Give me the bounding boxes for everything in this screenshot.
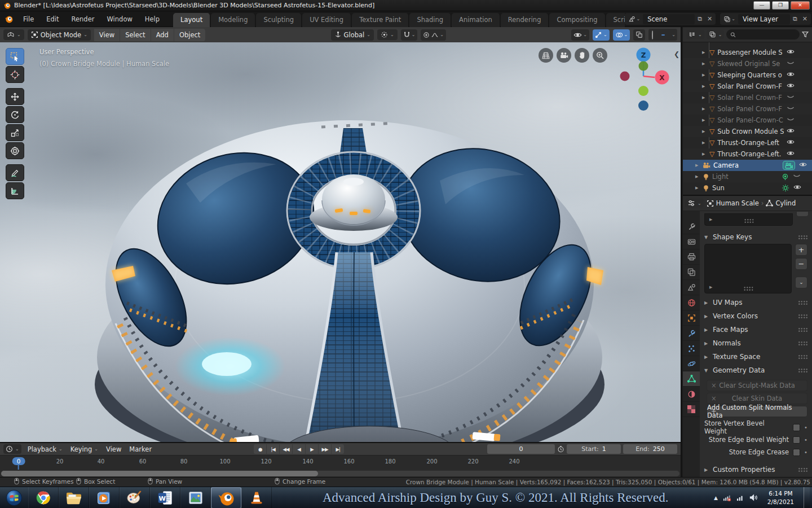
visibility-toggle[interactable] <box>787 150 795 158</box>
jump-start-button[interactable]: |◀ <box>267 444 279 454</box>
visibility-toggle[interactable] <box>787 139 795 147</box>
expand-icon[interactable]: ▶ <box>702 118 707 122</box>
outliner-item[interactable]: ▶ ▽ Solar Panel Crown-F <box>683 103 812 115</box>
xray-toggle[interactable] <box>633 29 645 41</box>
tool-move[interactable] <box>6 88 24 105</box>
outliner-search-input[interactable] <box>738 31 796 38</box>
shape-key-specials-button[interactable]: ⌄ <box>795 277 807 288</box>
taskbar-chrome-icon[interactable] <box>28 487 59 508</box>
outliner-item-label[interactable]: Sun <box>712 184 779 192</box>
new-scene-icon[interactable]: ⧉ <box>695 15 704 23</box>
outliner-item-label[interactable]: Passenger Module S <box>717 49 784 56</box>
tab-scene[interactable] <box>683 280 700 295</box>
tab-object-data[interactable] <box>683 371 700 387</box>
tab-modifiers[interactable] <box>683 326 700 341</box>
expand-icon[interactable]: ▶ <box>702 73 707 77</box>
expand-icon[interactable]: ▶ <box>702 152 707 156</box>
snap-toggle[interactable]: ⌄ <box>401 29 418 41</box>
outliner-item[interactable]: ▶ ▽ Solar Panel Crown-F <box>683 92 812 103</box>
menu-item[interactable]: Edit <box>41 13 64 25</box>
taskbar-media-player-icon[interactable] <box>89 487 120 508</box>
overlays-toggle[interactable]: ⌄ <box>613 29 630 41</box>
close-button[interactable]: ✕ <box>791 1 810 10</box>
visibility-toggle[interactable] <box>787 49 795 56</box>
tool-rotate[interactable] <box>6 106 24 123</box>
vertex-groups-list-partial[interactable]: ▶ <box>704 213 793 226</box>
workspace-tab[interactable]: Modeling <box>211 13 255 27</box>
panel-header[interactable]: ▶Normals <box>704 336 809 350</box>
timeline-menu-item[interactable]: Keying⌄ <box>67 444 102 454</box>
visibility-toggle[interactable] <box>787 60 795 68</box>
outliner-item[interactable]: ▶ ▽ Thrust-Orange-Left. <box>683 148 812 160</box>
menu-item[interactable]: File <box>17 13 39 25</box>
outliner-search[interactable] <box>726 29 800 40</box>
expand-icon[interactable]: ▶ <box>695 186 700 190</box>
perspective-toggle-icon[interactable] <box>539 48 553 63</box>
outliner-item-label[interactable]: Skewed Original Se <box>717 60 784 68</box>
proportional-edit-group[interactable]: ⌄ <box>421 29 446 41</box>
outliner-display-mode-button[interactable]: ⌄ <box>707 30 725 39</box>
camera-data-icon[interactable] <box>783 161 795 170</box>
outliner-item-label[interactable]: Solar Panel Crown-F <box>717 82 784 90</box>
tab-physics[interactable] <box>683 356 700 371</box>
outliner-item-label[interactable]: Thrust-Orange-Left. <box>717 150 784 158</box>
shading-rendered-icon[interactable] <box>667 34 670 36</box>
menu-item[interactable]: Window <box>101 13 138 25</box>
tab-view-layer[interactable] <box>683 265 700 280</box>
visibility-toggle[interactable] <box>787 116 795 124</box>
taskbar-paint-icon[interactable] <box>120 487 150 508</box>
outliner-item-label[interactable]: Solar Panel Crown-F <box>717 105 784 113</box>
tool-select-box[interactable] <box>6 48 24 65</box>
expand-icon[interactable]: ▶ <box>695 163 700 168</box>
prev-keyframe-button[interactable]: ◀◀ <box>280 444 292 454</box>
expand-icon[interactable]: ▶ <box>702 129 707 134</box>
jump-end-button[interactable]: ▶| <box>332 444 344 454</box>
panel-header[interactable]: ▶Face Maps <box>704 323 809 336</box>
geometry-data-panel-header[interactable]: ▼Geometry Data <box>704 364 809 377</box>
new-view-layer-icon[interactable]: ⧉ <box>791 15 800 23</box>
outliner-item[interactable]: ▶ ▽ Light <box>683 171 812 182</box>
visibility-toggle[interactable] <box>793 184 801 192</box>
scene-name[interactable]: Scene <box>643 14 695 24</box>
visibility-toggle[interactable] <box>793 173 801 181</box>
visibility-toggle[interactable] <box>787 71 795 79</box>
pan-view-icon[interactable] <box>575 48 589 63</box>
tool-scale[interactable] <box>6 124 24 141</box>
list-button-partial[interactable] <box>796 211 809 217</box>
start-button[interactable] <box>0 487 28 508</box>
next-keyframe-button[interactable]: ▶▶ <box>319 444 331 454</box>
workspace-tab[interactable]: Texture Paint <box>352 13 409 27</box>
network-icon[interactable] <box>723 494 731 502</box>
view-layer-icon[interactable]: ⌄ <box>721 16 738 23</box>
camera-view-icon[interactable] <box>557 48 571 63</box>
viewport-menu-item[interactable]: Select <box>120 29 150 41</box>
light-data-icon[interactable] <box>782 173 789 181</box>
expand-icon[interactable]: ▶ <box>695 174 700 179</box>
tab-material[interactable] <box>683 387 700 402</box>
expand-icon[interactable]: ▶ <box>702 107 707 111</box>
outliner-item-label[interactable]: Sub Crown Module S <box>717 128 784 135</box>
outliner-item[interactable]: ▶ ▽ Solar Panel-Crown-C <box>683 115 812 126</box>
tool-annotate[interactable] <box>6 164 24 181</box>
taskbar-vlc-icon[interactable] <box>241 487 272 508</box>
gizmos-toggle[interactable]: ⌄ <box>593 29 610 41</box>
volume-icon[interactable] <box>749 494 758 501</box>
animate-dot-icon[interactable]: • <box>804 449 807 456</box>
shape-key-remove-button[interactable]: − <box>795 258 807 270</box>
zoom-view-icon[interactable] <box>593 48 607 63</box>
geometry-button[interactable]: × Clear Sculpt-Mask Data <box>707 380 807 391</box>
outliner-item-label[interactable]: Camera <box>713 161 780 169</box>
shading-wireframe-icon[interactable] <box>650 30 655 40</box>
outliner-item[interactable]: ▶ ▽ Solar Panel Crown-F <box>683 81 812 92</box>
outliner-editor-type-button[interactable]: ⌄ <box>686 30 704 39</box>
checkbox[interactable] <box>793 449 800 456</box>
properties-editor-type-button[interactable]: ⌄ <box>685 199 704 208</box>
object-visibility-dropdown[interactable]: ⌄ <box>571 29 589 41</box>
timeline-editor-type-button[interactable]: ⌄ <box>3 444 21 454</box>
viewport-3d[interactable]: User Perspective (0) Crown Bridge Module… <box>0 42 682 442</box>
visibility-toggle[interactable] <box>787 105 795 113</box>
animate-dot-icon[interactable]: • <box>804 424 807 431</box>
outliner-item[interactable]: ▶ ▽ Passenger Module S <box>683 47 812 58</box>
workspace-tab[interactable]: Sculpting <box>256 13 302 27</box>
outliner-item[interactable]: ▶ ▽ Sun <box>683 182 812 194</box>
